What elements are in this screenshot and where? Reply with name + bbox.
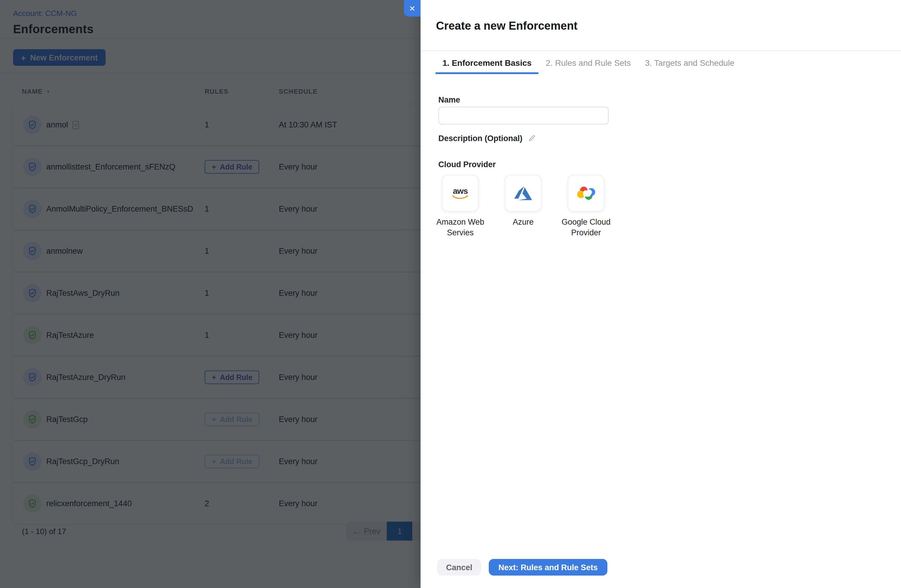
provider-label-azure: Azure <box>513 217 534 228</box>
provider-label-aws: Amazon Web Servies <box>433 217 487 239</box>
close-icon: ✕ <box>409 4 416 13</box>
cancel-button[interactable]: Cancel <box>437 559 481 576</box>
drawer-tabs: 1. Enforcement Basics2. Rules and Rule S… <box>435 51 901 74</box>
provider-card-gcp[interactable] <box>567 175 605 212</box>
provider-label-gcp: Google Cloud Provider <box>560 217 613 239</box>
provider-card-azure[interactable] <box>505 175 542 212</box>
drawer-title: Create a new Enforcement <box>421 0 901 33</box>
tab-step-3[interactable]: 3. Targets and Schedule <box>638 51 742 74</box>
name-label: Name <box>438 95 901 104</box>
azure-logo-icon <box>514 184 532 202</box>
provider-option-aws[interactable]: aws Amazon Web Servies <box>433 175 487 239</box>
tab-step-2[interactable]: 2. Rules and Rule Sets <box>539 51 638 74</box>
enforcement-basics-form: Name Description (Optional) Cloud Provid… <box>421 74 901 239</box>
provider-card-aws[interactable]: aws <box>442 175 479 212</box>
description-label: Description (Optional) <box>438 134 522 143</box>
name-input[interactable] <box>438 107 609 124</box>
create-enforcement-drawer: Create a new Enforcement 1. Enforcement … <box>421 0 901 588</box>
drawer-close-button[interactable]: ✕ <box>404 0 421 17</box>
cloud-provider-options: aws Amazon Web Servies Azure Google Clou… <box>433 175 901 239</box>
drawer-footer: Cancel Next: Rules and Rule Sets <box>437 559 607 576</box>
gcp-logo-icon <box>576 185 596 201</box>
app: Account: CCM-NG Enforcements + New Enfor… <box>0 0 901 588</box>
edit-description-icon[interactable] <box>528 135 536 142</box>
tab-step-1[interactable]: 1. Enforcement Basics <box>435 51 539 74</box>
description-row: Description (Optional) <box>438 134 901 143</box>
provider-option-gcp[interactable]: Google Cloud Provider <box>560 175 613 239</box>
cloud-provider-label: Cloud Provider <box>438 160 901 169</box>
next-button[interactable]: Next: Rules and Rule Sets <box>489 559 607 576</box>
aws-logo-icon: aws <box>451 187 469 200</box>
provider-option-azure[interactable]: Azure <box>496 175 550 239</box>
